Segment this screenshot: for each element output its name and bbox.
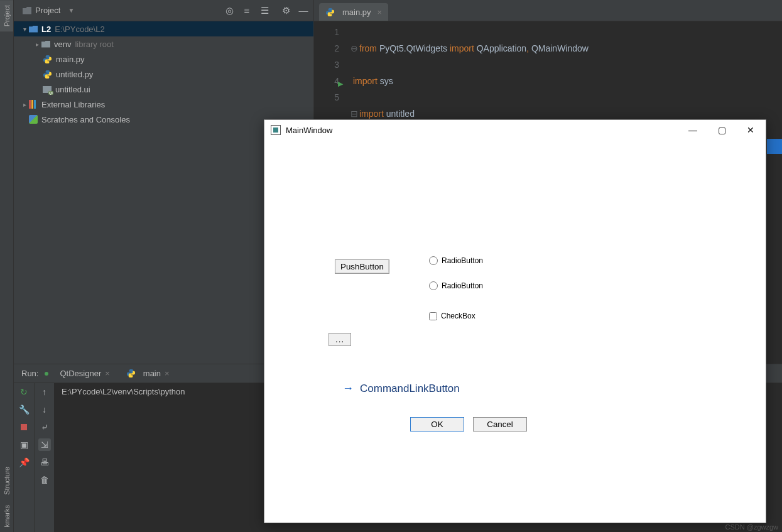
hide-icon[interactable]: — [298,6,308,16]
qt-push-button[interactable]: PushButton [335,259,389,274]
scrollbar-marker [767,139,782,154]
qt-radio-1[interactable]: RadioButton [429,256,483,265]
qt-window-title: MainWindow [286,126,332,135]
project-pane-title: Project [35,6,60,15]
run-nav-toolbar: ↑ ↓ ⤶ ⇲ 🖶 🗑 [34,383,54,532]
qt-ok-button[interactable]: OK [410,417,464,432]
up-arrow-icon[interactable]: ↑ [38,386,51,398]
python-file-icon [43,70,52,79]
qt-radio-2[interactable]: RadioButton [429,281,483,290]
scratches-icon [29,115,38,124]
layout-icon[interactable]: ▣ [18,438,30,451]
qt-cancel-button[interactable]: Cancel [473,417,527,432]
close-icon[interactable]: × [105,369,110,378]
trash-icon[interactable]: 🗑 [38,474,51,486]
chevron-right-icon[interactable]: ▸ [33,41,41,48]
minimize-icon[interactable]: — [684,125,702,135]
editor-tabs: main.py × [314,0,782,21]
python-file-icon [43,55,52,64]
expand-all-icon[interactable]: ≡ [242,6,252,16]
print-icon[interactable]: 🖶 [38,456,51,469]
radio-input[interactable] [429,281,438,290]
bookmarks-tool-tab[interactable]: kmarks [0,500,13,532]
project-tool-tab[interactable]: Project [0,0,13,31]
radio-input[interactable] [429,256,438,265]
qt-main-window: MainWindow — ▢ ✕ PushButton RadioButton … [264,119,766,523]
python-file-icon [325,8,335,17]
qt-titlebar[interactable]: MainWindow — ▢ ✕ [264,120,766,140]
run-tab-qtdesigner[interactable]: QtDesigner × [55,366,114,381]
python-file-icon [126,369,136,378]
maximize-icon[interactable]: ▢ [713,125,730,135]
chevron-down-icon[interactable]: ▾ [20,26,29,33]
run-toolbar: ↻ 🔧 ▣ 📌 [14,383,34,532]
tree-file-untitled-py[interactable]: untitled.py [14,67,313,82]
run-label: Run: [21,369,38,378]
root-name: L2 [41,24,51,34]
chevron-right-icon[interactable]: ▸ [20,101,29,108]
locate-icon[interactable]: ◎ [224,6,234,16]
collapse-all-icon[interactable]: ☰ [259,6,269,16]
soft-wrap-icon[interactable]: ⤶ [38,421,51,433]
editor-tab-main[interactable]: main.py × [319,3,388,21]
folder-icon [41,41,50,48]
checkbox-input[interactable] [429,312,437,320]
rerun-icon[interactable]: ↻ [18,386,30,398]
stop-icon[interactable] [18,421,30,433]
tree-root[interactable]: ▾ L2 E:\PYcode\L2 [14,21,313,36]
wrench-icon[interactable]: 🔧 [18,403,30,416]
root-path: E:\PYcode\L2 [55,24,105,34]
settings-icon[interactable]: ⚙ [281,6,291,16]
chevron-down-icon[interactable]: ▼ [68,7,74,14]
tree-venv[interactable]: ▸ venv library root [14,36,313,52]
structure-tool-tab[interactable]: Structure [0,462,13,500]
pin-icon[interactable]: 📌 [18,456,30,469]
run-tab-main[interactable]: main × [121,366,175,381]
arrow-right-icon: → [342,382,354,395]
scroll-end-icon[interactable]: ⇲ [38,438,51,451]
libraries-icon [29,100,38,109]
tree-external-libs[interactable]: ▸ External Libraries [14,97,313,112]
project-pane-header: Project ▼ ◎ ≡ ☰ ⚙ — [14,0,313,21]
status-dot-icon [45,372,48,376]
qt-window-icon [271,125,281,135]
close-icon[interactable]: × [165,369,170,378]
left-tool-rail: Project Structure kmarks [0,0,14,532]
folder-icon [29,26,38,33]
qt-command-link-button[interactable]: → CommandLinkButton [339,378,464,399]
qt-tool-button[interactable]: ... [329,333,351,346]
tree-file-main[interactable]: main.py [14,52,313,67]
tree-file-untitled-ui[interactable]: untitled.ui [14,82,313,97]
down-arrow-icon[interactable]: ↓ [38,403,51,416]
run-gutter-icon[interactable]: ▶ [335,75,343,92]
qt-checkbox[interactable]: CheckBox [429,312,475,320]
ui-file-icon [43,86,52,93]
watermark: CSDN @zgwzgw [725,523,778,531]
close-icon[interactable]: ✕ [742,125,759,135]
project-icon [23,7,31,14]
close-icon[interactable]: × [377,8,383,17]
